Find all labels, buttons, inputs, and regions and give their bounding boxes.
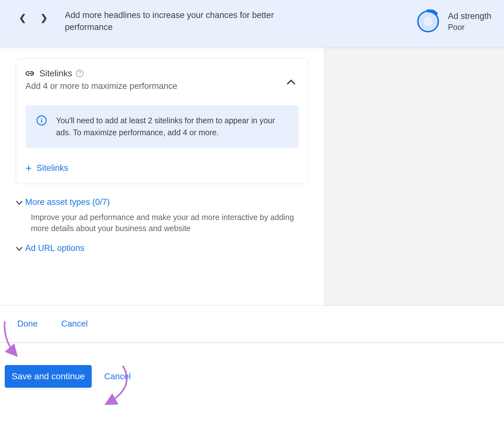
- ad-strength-gauge-icon: [416, 9, 440, 33]
- svg-point-1: [421, 15, 435, 28]
- left-panel: Sitelinks ? Add 4 or more to maximize pe…: [0, 47, 324, 306]
- link-icon: [26, 68, 36, 79]
- ad-url-options-label: Ad URL options: [25, 243, 84, 253]
- sitelinks-card: Sitelinks ? Add 4 or more to maximize pe…: [16, 58, 308, 184]
- done-button[interactable]: Done: [17, 319, 38, 329]
- ad-strength-value: Poor: [448, 23, 491, 32]
- more-asset-types-toggle[interactable]: More asset types (0/7): [16, 197, 308, 207]
- chevron-down-icon: [16, 243, 23, 253]
- info-icon: i: [37, 115, 47, 125]
- sitelinks-subtitle: Add 4 or more to maximize performance: [26, 81, 287, 91]
- ad-strength-label: Ad strength: [448, 11, 491, 21]
- preview-panel: [324, 47, 504, 306]
- prev-tip-button[interactable]: ❮: [19, 13, 26, 23]
- add-sitelinks-button[interactable]: + Sitelinks: [26, 162, 299, 174]
- banner-nav: ❮ ❯: [19, 13, 48, 23]
- help-icon[interactable]: ?: [76, 70, 83, 77]
- save-continue-bar: Save and continue Cancel: [0, 363, 504, 388]
- save-and-continue-button[interactable]: Save and continue: [5, 365, 92, 388]
- collapse-button[interactable]: [287, 74, 295, 88]
- next-tip-button[interactable]: ❯: [40, 13, 48, 23]
- sitelinks-info-text: You'll need to add at least 2 sitelinks …: [56, 115, 288, 138]
- sitelinks-title: Sitelinks: [39, 68, 72, 78]
- chevron-down-icon: [16, 197, 23, 207]
- done-cancel-bar: Done Cancel: [0, 306, 504, 342]
- cancel-button[interactable]: Cancel: [61, 319, 88, 329]
- ad-strength: Ad strength Poor: [416, 9, 491, 33]
- add-sitelinks-label: Sitelinks: [37, 163, 68, 173]
- ad-url-options-toggle[interactable]: Ad URL options: [16, 243, 308, 253]
- sitelinks-info-box: i You'll need to add at least 2 sitelink…: [26, 105, 299, 148]
- tip-text: Add more headlines to increase your chan…: [65, 9, 285, 33]
- more-asset-types-label: More asset types (0/7): [25, 197, 110, 207]
- plus-icon: +: [26, 162, 32, 174]
- tip-banner: ❮ ❯ Add more headlines to increase your …: [0, 0, 504, 47]
- cancel-button-2[interactable]: Cancel: [104, 372, 131, 381]
- more-asset-types-desc: Improve your ad performance and make you…: [31, 212, 302, 234]
